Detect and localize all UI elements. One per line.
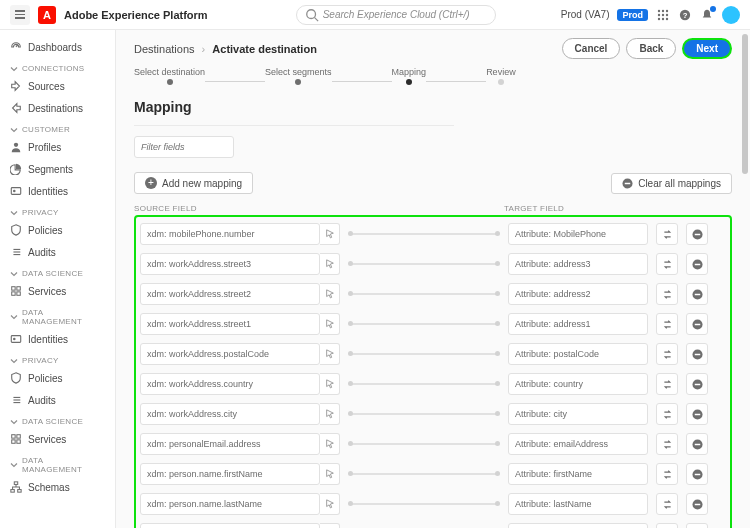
source-field[interactable]: xdm: workAddress.city (140, 403, 320, 425)
target-field[interactable]: Attribute: MobilePhone (508, 223, 648, 245)
remove-button[interactable] (686, 403, 708, 425)
sidebar-item[interactable]: Services (0, 280, 115, 302)
scrollbar[interactable] (742, 30, 748, 528)
source-picker[interactable] (320, 403, 340, 425)
back-button[interactable]: Back (626, 38, 676, 59)
target-field[interactable]: Attribute: lastName (508, 493, 648, 515)
source-field[interactable]: xdm: workAddress.street1 (140, 313, 320, 335)
source-picker[interactable] (320, 283, 340, 305)
source-field[interactable]: xdm: workAddress.street2 (140, 283, 320, 305)
next-button[interactable]: Next (682, 38, 732, 59)
sidebar-group-header[interactable]: PRIVACY (0, 202, 115, 219)
source-picker[interactable] (320, 463, 340, 485)
remove-button[interactable] (686, 283, 708, 305)
sidebar-item[interactable]: Policies (0, 367, 115, 389)
source-field[interactable]: xdm: mobilePhone.number (140, 223, 320, 245)
sidebar-item[interactable]: Destinations (0, 97, 115, 119)
source-field[interactable]: xdm: person.name.lastName (140, 493, 320, 515)
remove-button[interactable] (686, 313, 708, 335)
target-field[interactable]: Attribute: address3 (508, 253, 648, 275)
target-field[interactable]: Identity: EloquaId (508, 523, 648, 528)
svg-point-10 (666, 17, 668, 19)
sidebar-item[interactable]: Audits (0, 241, 115, 263)
source-picker[interactable] (320, 223, 340, 245)
add-mapping-button[interactable]: + Add new mapping (134, 172, 253, 194)
sidebar-item[interactable]: Audits (0, 389, 115, 411)
step: Select segments (265, 67, 332, 85)
swap-button[interactable] (656, 463, 678, 485)
swap-button[interactable] (656, 343, 678, 365)
breadcrumb: Destinations › Activate destination (134, 43, 317, 55)
swap-button[interactable] (656, 403, 678, 425)
target-field[interactable]: Attribute: address1 (508, 313, 648, 335)
sidebar-item[interactable]: Segments (0, 158, 115, 180)
svg-rect-21 (12, 292, 15, 295)
target-field[interactable]: Attribute: postalCode (508, 343, 648, 365)
filter-input[interactable] (134, 136, 234, 158)
clear-all-button[interactable]: Clear all mappings (611, 173, 732, 194)
sidebar-group-header[interactable]: CUSTOMER (0, 119, 115, 136)
sidebar-group-header[interactable]: DATA SCIENCE (0, 411, 115, 428)
swap-button[interactable] (656, 373, 678, 395)
sidebar-item[interactable]: Services (0, 428, 115, 450)
remove-button[interactable] (686, 523, 708, 528)
target-field[interactable]: Attribute: emailAddress (508, 433, 648, 455)
sidebar-item[interactable]: Sources (0, 75, 115, 97)
swap-button[interactable] (656, 493, 678, 515)
privacy-icon (10, 224, 22, 236)
svg-point-9 (662, 17, 664, 19)
source-field[interactable]: xdm: workAddress.postalCode (140, 343, 320, 365)
sidebar-item[interactable]: Identities (0, 328, 115, 350)
sidebar-group-header[interactable]: DATA MANAGEMENT (0, 302, 115, 328)
source-header: SOURCE FIELD (134, 204, 504, 213)
source-picker[interactable] (320, 313, 340, 335)
sidebar-group-header[interactable]: CONNECTIONS (0, 58, 115, 75)
sidebar-item[interactable]: Profiles (0, 136, 115, 158)
source-field[interactable]: xdm: workAddress.street3 (140, 253, 320, 275)
cancel-button[interactable]: Cancel (562, 38, 621, 59)
swap-button[interactable] (656, 223, 678, 245)
remove-button[interactable] (686, 373, 708, 395)
swap-button[interactable] (656, 253, 678, 275)
swap-button[interactable] (656, 283, 678, 305)
sidebar-group-header[interactable]: DATA MANAGEMENT (0, 450, 115, 476)
source-picker[interactable] (320, 253, 340, 275)
svg-line-1 (314, 17, 318, 21)
target-field[interactable]: Attribute: address2 (508, 283, 648, 305)
avatar[interactable] (722, 6, 740, 24)
source-field[interactable]: xdm: personalEmail.address (140, 433, 320, 455)
remove-button[interactable] (686, 493, 708, 515)
svg-point-3 (662, 9, 664, 11)
sidebar-group-header[interactable]: PRIVACY (0, 350, 115, 367)
source-picker[interactable] (320, 523, 340, 528)
source-picker[interactable] (320, 433, 340, 455)
sidebar-item[interactable]: Identities (0, 180, 115, 202)
sidebar-item[interactable]: Dashboards (0, 36, 115, 58)
sidebar-group-header[interactable]: DATA SCIENCE (0, 263, 115, 280)
target-field[interactable]: Attribute: city (508, 403, 648, 425)
source-picker[interactable] (320, 493, 340, 515)
breadcrumb-parent[interactable]: Destinations (134, 43, 195, 55)
help-icon[interactable]: ? (678, 8, 692, 22)
sidebar-item[interactable]: Policies (0, 219, 115, 241)
remove-button[interactable] (686, 253, 708, 275)
remove-button[interactable] (686, 223, 708, 245)
bell-icon[interactable] (700, 8, 714, 22)
remove-button[interactable] (686, 343, 708, 365)
source-field[interactable]: xdm: person.name.firstName (140, 463, 320, 485)
source-field[interactable]: xdm: workAddress.country (140, 373, 320, 395)
sidebar-item[interactable]: Schemas (0, 476, 115, 498)
swap-button[interactable] (656, 313, 678, 335)
remove-button[interactable] (686, 463, 708, 485)
swap-button[interactable] (656, 523, 678, 528)
source-picker[interactable] (320, 373, 340, 395)
search-input[interactable]: Search Experience Cloud (Ctrl+/) (296, 5, 496, 25)
menu-toggle[interactable] (10, 5, 30, 25)
target-field[interactable]: Attribute: country (508, 373, 648, 395)
target-field[interactable]: Attribute: firstName (508, 463, 648, 485)
swap-button[interactable] (656, 433, 678, 455)
remove-button[interactable] (686, 433, 708, 455)
source-picker[interactable] (320, 343, 340, 365)
source-field[interactable]: IdentityMap: Eid (140, 523, 320, 528)
apps-icon[interactable] (656, 8, 670, 22)
